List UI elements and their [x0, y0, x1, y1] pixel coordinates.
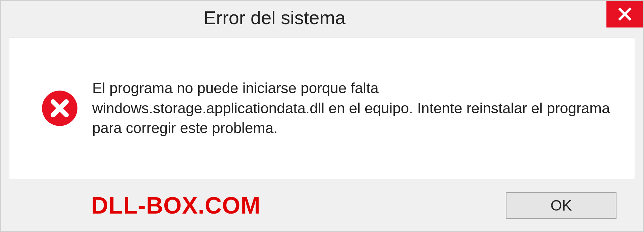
watermark-text: DLL-BOX.COM	[91, 192, 261, 219]
dialog-footer: DLL-BOX.COM OK	[1, 179, 643, 231]
error-dialog: Error del sistema El programa no puede i…	[0, 0, 644, 232]
close-button[interactable]	[606, 1, 643, 27]
content-area: El programa no puede iniciarse porque fa…	[9, 37, 635, 179]
titlebar: Error del sistema	[1, 1, 643, 34]
error-icon	[41, 90, 78, 127]
close-icon	[618, 7, 632, 21]
dialog-title: Error del sistema	[204, 7, 345, 28]
ok-button[interactable]: OK	[506, 192, 616, 219]
error-message: El programa no puede iniciarse porque fa…	[92, 78, 611, 138]
